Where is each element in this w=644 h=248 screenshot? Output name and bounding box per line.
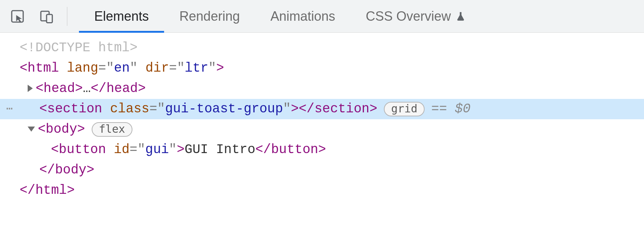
dom-line-body-open[interactable]: <body> flex [0,119,644,140]
dom-line-body-close[interactable]: </body> [0,160,644,180]
attr-value: ltr [185,58,208,79]
attr-name: class [110,99,149,119]
tab-label: Rendering [179,9,240,24]
tab-label: Elements [94,9,149,24]
tag-name: section [47,99,102,119]
layout-badge-grid[interactable]: grid [384,102,425,116]
collapsed-ellipsis: … [83,79,91,99]
tag-name: html [35,180,67,201]
gutter-more-icon[interactable]: ⋯ [0,101,20,118]
tag-name: button [59,140,106,160]
panel-tabs: Elements Rendering Animations CSS Overvi… [79,0,481,32]
text-node: GUI Intro [184,140,255,160]
tag-name: html [28,58,59,79]
toolbar-divider [67,7,67,26]
dom-line-head[interactable]: <head>…</head> [0,79,644,99]
inspect-element-icon[interactable] [9,8,26,25]
tag-name: head [44,79,75,99]
dom-line-doctype[interactable]: <!DOCTYPE html> [0,38,644,58]
selected-node-reference: == $0 [431,99,470,119]
svg-rect-2 [47,14,52,23]
tab-css-overview[interactable]: CSS Overview [350,0,481,32]
tab-label: Animations [270,9,335,24]
attr-value: gui-toast-group [165,99,283,119]
layout-badge-flex[interactable]: flex [92,122,132,137]
dom-line-button[interactable]: <button id="gui"> GUI Intro </button> [0,140,644,160]
dom-line-html-open[interactable]: <html lang="en" dir="ltr"> [0,58,644,79]
disclosure-triangle-open-icon[interactable] [28,127,35,132]
disclosure-triangle-closed-icon[interactable] [28,85,33,92]
attr-name: id [114,140,130,160]
tag-name: body [55,160,86,180]
doctype-text: <!DOCTYPE html> [20,38,138,58]
attr-value: gui [145,140,169,160]
tab-elements[interactable]: Elements [79,0,164,32]
attr-name: lang [67,58,98,79]
devtools-toolbar: Elements Rendering Animations CSS Overvi… [0,0,644,33]
tab-animations[interactable]: Animations [255,0,350,32]
tab-label: CSS Overview [366,9,451,24]
tag-name: body [46,119,77,140]
experiment-flask-icon [455,11,466,22]
attr-name: dir [146,58,169,79]
dom-line-section-selected[interactable]: ⋯ <section class="gui-toast-group"></sec… [0,99,644,119]
elements-dom-tree[interactable]: <!DOCTYPE html> <html lang="en" dir="ltr… [0,33,644,201]
tab-rendering[interactable]: Rendering [164,0,255,32]
device-toggle-icon[interactable] [38,8,55,25]
attr-value: en [114,58,130,79]
dom-line-html-close[interactable]: </html> [0,180,644,201]
